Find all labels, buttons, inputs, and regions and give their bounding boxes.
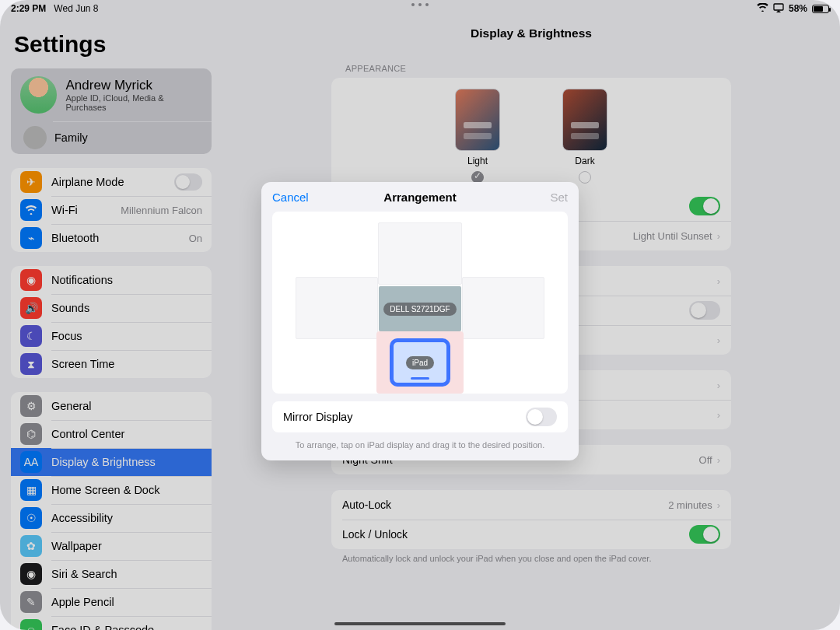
mirror-label: Mirror Display xyxy=(283,411,352,423)
external-display[interactable]: DELL S2721DGF xyxy=(379,286,461,331)
ipad-display[interactable]: iPad xyxy=(376,331,464,394)
external-display-label: DELL S2721DGF xyxy=(383,303,456,316)
drop-slot-right[interactable] xyxy=(462,277,544,339)
drop-slot-top[interactable] xyxy=(378,222,462,285)
home-indicator[interactable] xyxy=(334,622,506,625)
set-button[interactable]: Set xyxy=(550,191,568,204)
arrangement-modal: Cancel Arrangement Set DELL S2721DGF iPa… xyxy=(261,182,579,460)
ipad-label: iPad xyxy=(406,356,434,369)
arrangement-canvas[interactable]: DELL S2721DGF iPad xyxy=(272,212,568,394)
mirror-toggle[interactable] xyxy=(526,408,557,426)
mirror-display-row[interactable]: Mirror Display xyxy=(272,401,568,432)
arrangement-hint: To arrange, tap on iPad display and drag… xyxy=(261,432,579,460)
modal-title: Arrangement xyxy=(261,191,579,204)
drop-slot-left[interactable] xyxy=(296,277,378,339)
cancel-button[interactable]: Cancel xyxy=(272,191,309,204)
